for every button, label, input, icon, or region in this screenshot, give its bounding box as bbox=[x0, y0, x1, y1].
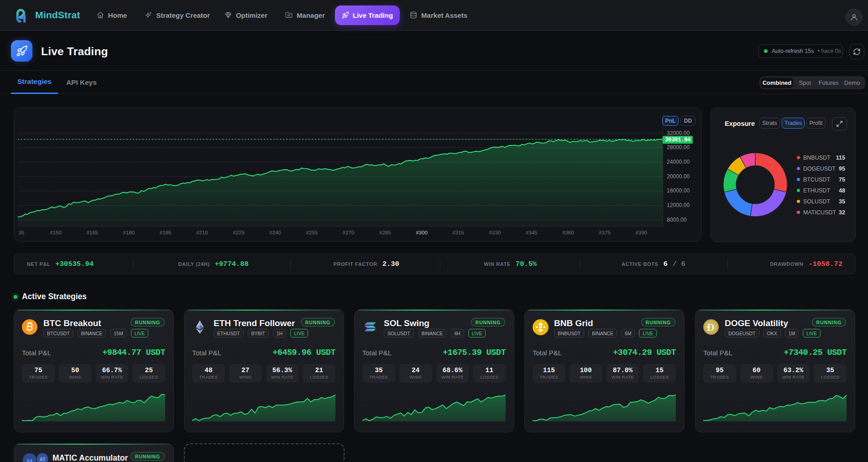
svg-text:AT: AT bbox=[39, 457, 46, 462]
svg-text:M: M bbox=[27, 457, 33, 462]
